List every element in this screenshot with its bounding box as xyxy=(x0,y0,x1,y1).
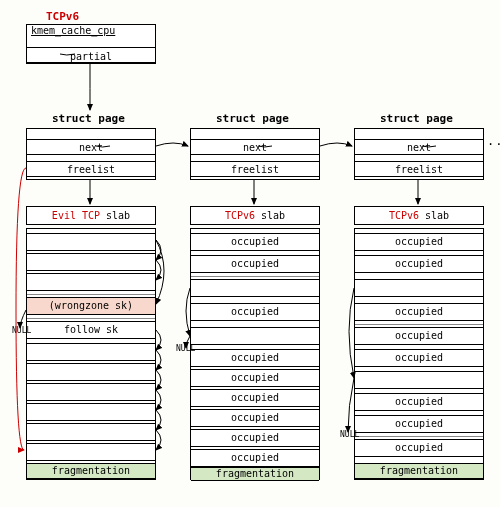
tcpv6-3-suffix: slab xyxy=(419,210,449,221)
sp3-freelist: freelist xyxy=(355,161,483,177)
s2-r1: occupied xyxy=(191,255,319,273)
evil-follow: follow sk xyxy=(27,321,155,339)
evil-row-0 xyxy=(27,233,155,251)
s3-r2 xyxy=(355,279,483,297)
evil-row-2b xyxy=(27,292,155,295)
s3-r8: occupied xyxy=(355,415,483,433)
sp3-next: next xyxy=(355,139,483,155)
struct-page-2: next freelist xyxy=(190,128,320,180)
s2-frag: fragmentation xyxy=(191,467,319,481)
struct-page-1-title: struct page xyxy=(52,112,125,125)
sp1-next: next xyxy=(27,139,155,155)
tcpv6-title: TCPv6 xyxy=(46,10,79,23)
s3-r9: occupied xyxy=(355,439,483,457)
evil-suffix: slab xyxy=(100,210,130,221)
evil-frag: fragmentation xyxy=(27,463,155,479)
s2-r4 xyxy=(191,327,319,345)
tcpv6-slab-3: occupied occupied occupied occupied occu… xyxy=(354,228,484,480)
evil-row-3b xyxy=(27,316,155,319)
s3-r8b xyxy=(355,434,483,437)
struct-page-2-title: struct page xyxy=(216,112,289,125)
evil-row-7 xyxy=(27,383,155,401)
s2-r2 xyxy=(191,279,319,297)
partial-cell: partial xyxy=(27,47,155,63)
s3-r3b xyxy=(355,322,483,325)
s2-r0: occupied xyxy=(191,233,319,251)
tcpv6-slab-3-label: TCPv6 slab xyxy=(354,206,484,225)
evil-prefix: Evil TCP xyxy=(52,210,100,221)
evil-slab: (wrongzone sk) follow sk fragmentation xyxy=(26,228,156,480)
null-s2: NULL xyxy=(176,344,195,353)
s2-r6: occupied xyxy=(191,369,319,387)
s2-r7: occupied xyxy=(191,389,319,407)
slab-diagram: TCPv6 kmem_cache_cpu partial struct page… xyxy=(10,10,490,500)
evil-row-9 xyxy=(27,423,155,441)
evil-row-6 xyxy=(27,363,155,381)
kmem-label: kmem_cache_cpu xyxy=(31,25,115,36)
s3-r7: occupied xyxy=(355,393,483,411)
s3-r0: occupied xyxy=(355,233,483,251)
s3-r5: occupied xyxy=(355,349,483,367)
null-evil: NULL xyxy=(12,326,31,335)
tcpv6-2-prefix: TCPv6 xyxy=(225,210,255,221)
tcpv6-slab-2: occupied occupied occupied occupied occu… xyxy=(190,228,320,480)
s3-r6 xyxy=(355,371,483,389)
s3-r3: occupied xyxy=(355,303,483,321)
struct-page-1: next freelist xyxy=(26,128,156,180)
null-s3: NULL xyxy=(340,430,359,439)
evil-row-1 xyxy=(27,253,155,271)
evil-row-8 xyxy=(27,403,155,421)
dots: ...... xyxy=(487,134,500,148)
s2-r9: occupied xyxy=(191,429,319,447)
sp1-freelist: freelist xyxy=(27,161,155,177)
evil-row-10 xyxy=(27,443,155,461)
evil-slab-label: Evil TCP slab xyxy=(26,206,156,225)
evil-row-5 xyxy=(27,343,155,361)
s3-r4: occupied xyxy=(355,327,483,345)
s2-r5: occupied xyxy=(191,349,319,367)
evil-row-2 xyxy=(27,273,155,291)
s2-r3: occupied xyxy=(191,303,319,321)
struct-page-3: next freelist xyxy=(354,128,484,180)
s2-r1b xyxy=(191,274,319,277)
sp2-next: next xyxy=(191,139,319,155)
s3-r1: occupied xyxy=(355,255,483,273)
sp2-freelist: freelist xyxy=(191,161,319,177)
tcpv6-slab-2-label: TCPv6 slab xyxy=(190,206,320,225)
struct-page-3-title: struct page xyxy=(380,112,453,125)
tcpv6-3-prefix: TCPv6 xyxy=(389,210,419,221)
s3-frag: fragmentation xyxy=(355,463,483,479)
s2-r8: occupied xyxy=(191,409,319,427)
tcpv6-2-suffix: slab xyxy=(255,210,285,221)
s2-r10: occupied xyxy=(191,449,319,467)
evil-wrongzone: (wrongzone sk) xyxy=(27,297,155,315)
kmem-cache-cpu-box: kmem_cache_cpu partial xyxy=(26,24,156,64)
